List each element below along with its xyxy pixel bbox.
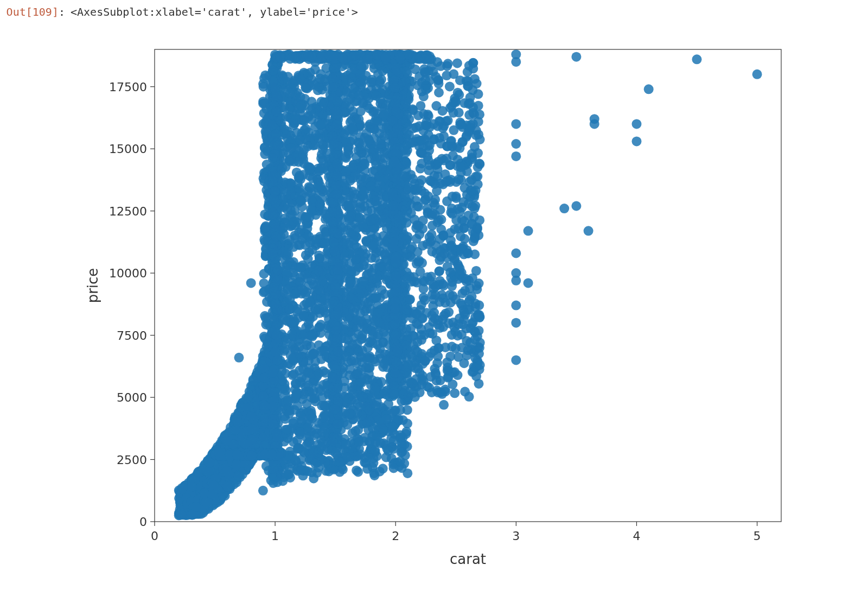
svg-point-5087 [268, 402, 278, 411]
y-tick-label: 2500 [117, 453, 147, 467]
svg-point-6296 [349, 50, 359, 60]
svg-point-4664 [450, 224, 459, 234]
svg-point-5099 [271, 300, 280, 309]
svg-point-4556 [418, 215, 428, 225]
svg-point-3799 [314, 266, 324, 276]
y-tick-label: 10000 [109, 267, 147, 280]
svg-point-4407 [474, 101, 483, 111]
svg-point-4507 [470, 74, 480, 84]
svg-point-3396 [355, 138, 365, 148]
svg-point-4371 [417, 175, 426, 185]
svg-point-5474 [333, 229, 342, 238]
svg-point-3696 [310, 459, 320, 468]
svg-point-5080 [271, 129, 281, 139]
svg-point-4604 [432, 186, 442, 196]
svg-point-3907 [301, 83, 310, 92]
svg-point-3778 [343, 201, 353, 211]
svg-point-5489 [333, 265, 342, 275]
svg-point-4500 [470, 201, 480, 211]
svg-point-4550 [416, 136, 426, 145]
svg-point-6333 [415, 388, 425, 397]
svg-point-3708 [295, 240, 305, 250]
svg-point-4560 [438, 322, 448, 332]
svg-point-6048 [247, 451, 257, 461]
svg-point-1385 [246, 411, 256, 421]
svg-point-3995 [370, 316, 380, 326]
svg-point-5439 [331, 171, 341, 181]
svg-point-4542 [457, 202, 467, 212]
svg-point-4648 [455, 269, 465, 278]
svg-point-6303 [511, 355, 521, 365]
svg-point-4517 [449, 125, 458, 135]
svg-point-3971 [372, 91, 381, 101]
svg-point-1263 [241, 393, 251, 403]
svg-point-3846 [318, 163, 328, 173]
svg-point-6321 [590, 114, 599, 124]
svg-point-4676 [402, 305, 412, 314]
svg-point-4524 [427, 208, 437, 218]
svg-point-4616 [406, 138, 416, 148]
svg-point-1399 [201, 497, 211, 507]
svg-point-4635 [416, 148, 426, 158]
svg-point-3665 [303, 466, 312, 476]
svg-point-5861 [392, 124, 402, 134]
svg-point-4143 [445, 81, 455, 91]
svg-point-4419 [443, 116, 453, 125]
svg-point-6305 [511, 301, 521, 310]
svg-point-3970 [292, 304, 302, 314]
svg-point-3877 [366, 181, 376, 191]
svg-point-6315 [524, 226, 533, 236]
svg-point-5095 [272, 276, 282, 286]
svg-point-4662 [412, 309, 422, 319]
svg-point-4275 [411, 123, 421, 132]
svg-point-6330 [457, 343, 467, 353]
svg-point-3683 [315, 286, 325, 295]
svg-point-3864 [315, 200, 325, 210]
svg-point-3027 [348, 339, 358, 349]
svg-point-5872 [388, 188, 398, 198]
svg-point-3842 [261, 223, 271, 232]
svg-point-6283 [381, 53, 391, 62]
svg-point-3807 [308, 330, 318, 340]
svg-point-6301 [246, 278, 256, 288]
svg-point-3654 [292, 401, 302, 410]
y-tick-label: 15000 [109, 142, 147, 156]
svg-point-3780 [355, 202, 365, 212]
x-tick-label: 2 [392, 529, 399, 543]
svg-point-6317 [571, 201, 581, 211]
svg-point-4532 [424, 322, 433, 332]
svg-point-4526 [404, 183, 414, 193]
svg-point-4337 [419, 92, 429, 102]
svg-point-3663 [343, 146, 353, 156]
svg-point-1394 [222, 481, 232, 491]
svg-point-3863 [363, 269, 373, 279]
svg-point-4610 [470, 232, 480, 242]
svg-point-5862 [391, 357, 401, 367]
svg-point-5055 [270, 347, 280, 357]
svg-point-4374 [417, 335, 426, 345]
svg-point-4681 [412, 234, 422, 244]
svg-point-3660 [378, 424, 387, 434]
svg-point-4316 [475, 159, 484, 169]
svg-point-6302 [258, 486, 268, 496]
svg-point-5880 [392, 174, 401, 184]
svg-point-3845 [358, 346, 367, 356]
svg-point-4656 [447, 204, 457, 213]
svg-point-4673 [435, 266, 444, 276]
svg-point-5485 [329, 93, 339, 103]
svg-point-3142 [305, 164, 315, 174]
svg-point-2132 [403, 405, 412, 415]
svg-point-5487 [328, 217, 338, 227]
svg-point-3993 [344, 409, 354, 419]
svg-point-1369 [203, 467, 213, 477]
y-tick-label: 5000 [117, 391, 147, 404]
svg-point-4437 [450, 388, 459, 398]
svg-point-4567 [447, 330, 457, 340]
svg-point-1347 [222, 466, 232, 476]
svg-point-3821 [347, 123, 357, 133]
svg-point-3882 [364, 363, 374, 373]
svg-point-6049 [267, 449, 277, 459]
svg-point-3884 [356, 285, 366, 295]
svg-point-4458 [454, 108, 464, 118]
svg-point-3697 [371, 446, 380, 455]
